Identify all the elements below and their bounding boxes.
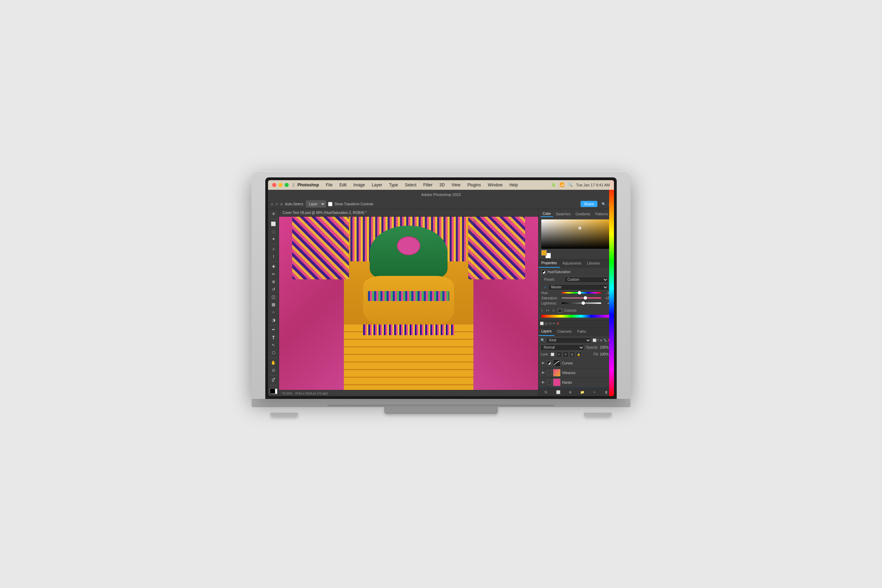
menu-plugins[interactable]: Plugins <box>466 182 482 188</box>
search-ps-icon[interactable]: 🔍 <box>602 202 606 206</box>
lock-pixels-btn[interactable]: ✏ <box>556 352 562 357</box>
layer-item[interactable]: 👁 <box>538 358 614 368</box>
color-picker-gradient[interactable] <box>541 219 611 249</box>
clone-tool[interactable]: ⊕ <box>269 278 278 285</box>
tab-layers[interactable]: Layers <box>538 328 554 336</box>
fullscreen-button[interactable] <box>285 183 289 187</box>
move-tool[interactable]: ✛ <box>269 210 278 218</box>
menu-edit[interactable]: Edit <box>338 182 348 188</box>
crop-tool[interactable]: ⊹ <box>269 246 278 252</box>
tab-gradients[interactable]: Gradients <box>573 212 592 217</box>
tab-paths[interactable]: Paths <box>574 328 589 336</box>
menu-3d[interactable]: 3D <box>438 182 446 188</box>
tab-adjustments[interactable]: Adjustments <box>560 260 584 268</box>
share-button[interactable]: Share <box>580 201 597 207</box>
add-fx-button[interactable]: fx <box>543 389 549 396</box>
layers-clip-icon[interactable]: ↩ <box>553 322 555 325</box>
menu-help[interactable]: Help <box>508 182 519 188</box>
eraser-tool[interactable]: ◫ <box>269 294 278 300</box>
lock-artboard-btn[interactable]: ⊞ <box>570 352 575 357</box>
layer-visibility-hands[interactable]: 👁 <box>541 380 545 385</box>
lightness-thumb[interactable] <box>582 302 585 305</box>
auto-select-dropdown[interactable]: Layer Group <box>306 201 326 207</box>
delete-layer-button[interactable]: 🗑 <box>603 389 609 396</box>
eyedropper-tool[interactable]: ⌇ <box>269 253 278 260</box>
tab-channels[interactable]: Channels <box>554 328 574 336</box>
menu-view[interactable]: View <box>450 182 462 188</box>
hue-slider[interactable] <box>562 291 601 294</box>
new-group-button[interactable]: 📁 <box>579 389 585 396</box>
tab-libraries[interactable]: Libraries <box>584 260 603 268</box>
menu-type[interactable]: Type <box>388 182 399 188</box>
dodge-tool[interactable]: ◑ <box>269 316 278 324</box>
layer-visibility-curves[interactable]: 👁 <box>541 361 545 366</box>
menubar-right-icons: 🔋 📶 🔍 Tue Jan 17 9:41 AM <box>551 183 610 187</box>
search-menu-icon[interactable]: 🔍 <box>568 183 573 187</box>
layer-kind-dropdown[interactable]: Kind Name Effect <box>546 337 591 344</box>
ps-canvas-area[interactable]: Cover Test V8.psd @ 68% (Hue/Saturation … <box>279 209 538 396</box>
layers-filter-icon[interactable]: ◷ <box>549 322 552 325</box>
lock-transparent-btn[interactable]: ⬜ <box>550 352 555 357</box>
photo-canvas[interactable]: 75.03% 3744 x 5616 px (72 ppi) <box>279 217 538 396</box>
menu-image[interactable]: Image <box>352 182 366 188</box>
layers-mask-icon[interactable]: ⬜ <box>540 322 544 325</box>
hue-thumb[interactable] <box>578 291 581 294</box>
hue-strip[interactable] <box>609 209 614 396</box>
zoom-tool[interactable]: ⊙ <box>269 367 278 374</box>
spectrum-cursor[interactable] <box>579 226 581 230</box>
pen-tool[interactable]: ✒ <box>269 326 278 333</box>
fg-swatch[interactable] <box>541 250 547 256</box>
brush-tool[interactable]: ✏ <box>269 271 278 278</box>
tab-swatches[interactable]: Swatches <box>554 212 573 217</box>
eyedropper-tool-icon[interactable]: ⌇ <box>541 309 543 312</box>
colorize-checkbox[interactable] <box>558 309 562 313</box>
marquee-tool[interactable]: ⬜ <box>269 220 278 227</box>
layer-item[interactable]: 👁 Hands <box>538 378 614 387</box>
tab-color[interactable]: Color <box>541 211 553 217</box>
saturation-thumb[interactable] <box>584 296 587 300</box>
channel-dropdown[interactable]: Master Reds Greens <box>548 284 609 290</box>
macbook-bezel:  Photoshop File Edit Image Layer Type S… <box>265 177 617 399</box>
blur-tool[interactable]: ○ <box>269 309 278 315</box>
new-layer-button[interactable]: + <box>591 389 597 396</box>
blend-mode-dropdown[interactable]: Normal Multiply Screen <box>541 345 584 351</box>
remove-eyedropper-icon[interactable]: ⌇- <box>552 309 555 312</box>
path-select-tool[interactable]: ↖ <box>269 342 278 349</box>
home-icon[interactable]: ⌂ <box>271 201 273 206</box>
layer-item[interactable]: 👁 Vibrance <box>538 368 614 378</box>
layers-delete-icon[interactable]: 🗑 <box>556 322 560 325</box>
preset-dropdown[interactable]: Custom Default <box>564 277 609 283</box>
lock-all-btn[interactable]: 🔒 <box>576 352 582 357</box>
accessibility-tool[interactable]: ⚥ <box>269 377 278 384</box>
fg-bg-colors[interactable] <box>269 387 278 395</box>
text-tool[interactable]: T <box>269 334 278 341</box>
foreground-color[interactable] <box>270 388 275 394</box>
new-adjustment-button[interactable]: ⊕ <box>567 389 573 396</box>
layer-visibility-vibrance[interactable]: 👁 <box>541 370 545 375</box>
lasso-tool[interactable]: ◌ <box>269 228 278 235</box>
add-mask-button[interactable]: ⬜ <box>555 389 561 396</box>
add-eyedropper-icon[interactable]: ⌇+ <box>546 309 549 312</box>
fg-bg-swatches[interactable] <box>541 250 551 258</box>
menu-select[interactable]: Select <box>404 182 418 188</box>
tab-patterns[interactable]: Patterns <box>593 212 610 217</box>
lock-position-btn[interactable]: ✛ <box>563 352 568 357</box>
canvas-image[interactable]: 75.03% 3744 x 5616 px (72 ppi) <box>279 217 538 396</box>
history-brush-tool[interactable]: ↺ <box>269 286 278 293</box>
menu-file[interactable]: File <box>324 182 334 188</box>
menu-filter[interactable]: Filter <box>422 182 434 188</box>
shape-tool[interactable]: ⬡ <box>269 349 278 356</box>
gradient-tool[interactable]: ▦ <box>269 301 278 308</box>
lightness-slider[interactable] <box>562 302 601 305</box>
minimize-button[interactable] <box>278 183 282 187</box>
saturation-slider[interactable] <box>562 296 601 300</box>
hand-tool[interactable]: ✋ <box>269 359 278 366</box>
quick-select-tool[interactable]: ✦ <box>269 236 278 243</box>
healing-tool[interactable]: ✚ <box>269 263 278 270</box>
close-button[interactable] <box>272 183 276 187</box>
tab-properties[interactable]: Properties <box>538 260 560 268</box>
transform-checkbox[interactable] <box>328 202 333 206</box>
menu-layer[interactable]: Layer <box>370 182 384 188</box>
layers-smart-icon[interactable]: ◱ <box>545 322 548 325</box>
menu-window[interactable]: Window <box>486 182 504 188</box>
